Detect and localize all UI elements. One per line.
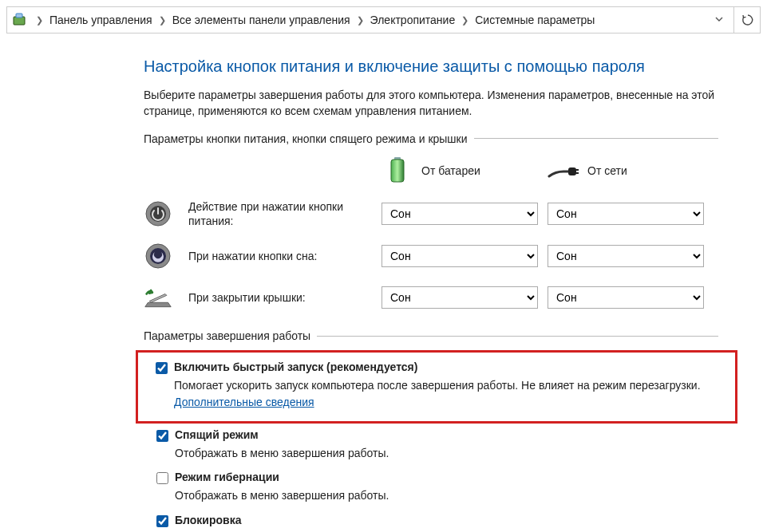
power-plug-icon [548, 155, 579, 187]
section-label: Параметры завершения работы [144, 329, 310, 342]
option-fast-startup: Включить быстрый запуск (рекомендуется) … [143, 356, 730, 415]
refresh-button[interactable] [733, 6, 761, 33]
option-description: Помогает ускорить запуск компьютера посл… [174, 377, 730, 410]
breadcrumb-item-power-options[interactable]: Электропитание [369, 12, 457, 28]
column-header-ac: От сети [548, 155, 704, 187]
chevron-right-icon: ❯ [154, 15, 171, 26]
option-title: Спящий режим [175, 428, 259, 441]
column-header-ac-label: От сети [587, 164, 627, 177]
svg-rect-5 [575, 169, 579, 171]
row-label-sleep-button: При нажатии кнопки сна: [188, 249, 372, 264]
main-content: Настройка кнопок питания и включение защ… [0, 33, 750, 532]
chevron-right-icon: ❯ [31, 15, 48, 26]
shutdown-options-list: Включить быстрый запуск (рекомендуется) … [144, 350, 718, 532]
breadcrumb: ❯ Панель управления ❯ Все элементы панел… [6, 6, 761, 33]
control-panel-icon [12, 12, 28, 28]
checkbox-hibernation[interactable] [156, 472, 168, 484]
checkbox-lock[interactable] [156, 515, 168, 527]
page-title: Настройка кнопок питания и включение защ… [144, 57, 718, 76]
select-lid-close-ac[interactable]: Сон [548, 286, 704, 309]
svg-rect-1 [16, 14, 22, 18]
section-label: Параметры кнопки питания, кнопки спящего… [144, 132, 468, 145]
svg-rect-4 [568, 167, 576, 175]
row-label-power-button: Действие при нажатии кнопки питания: [188, 199, 372, 230]
chevron-right-icon: ❯ [457, 15, 473, 26]
select-power-button-battery[interactable]: Сон [382, 203, 538, 225]
checkbox-sleep-mode[interactable] [156, 430, 168, 442]
power-actions-grid: От батареи От сети Действие при нажатии … [144, 155, 718, 313]
column-header-battery: От батареи [382, 155, 538, 187]
row-label-lid-close: При закрытии крышки: [188, 290, 372, 305]
option-hibernation: Режим гибернации Отображать в меню завер… [144, 466, 718, 508]
option-desc-text: Помогает ускорить запуск компьютера посл… [174, 379, 701, 392]
breadcrumb-item-all-items[interactable]: Все элементы панели управления [171, 12, 352, 28]
select-lid-close-battery[interactable]: Сон [382, 286, 538, 309]
breadcrumb-item-control-panel[interactable]: Панель управления [48, 12, 154, 28]
chevron-right-icon: ❯ [352, 15, 369, 26]
checkbox-fast-startup[interactable] [156, 362, 168, 374]
option-description: Отображать в меню завершения работы. [175, 487, 718, 503]
battery-icon [382, 155, 413, 187]
option-lock: Блокировка Отображать в меню аватара. [144, 509, 718, 532]
option-title: Блокировка [175, 514, 241, 526]
select-sleep-button-battery[interactable]: Сон [382, 245, 538, 267]
select-sleep-button-ac[interactable]: Сон [548, 245, 704, 267]
section-power-buttons-header: Параметры кнопки питания, кнопки спящего… [144, 132, 718, 145]
laptop-lid-icon [144, 283, 172, 312]
highlight-fast-startup: Включить быстрый запуск (рекомендуется) … [136, 350, 737, 424]
option-description: Отображать в меню завершения работы. [175, 445, 718, 461]
section-divider [474, 138, 718, 139]
breadcrumb-dropdown[interactable] [708, 14, 730, 26]
column-header-battery-label: От батареи [421, 164, 480, 177]
more-info-link[interactable]: Дополнительные сведения [174, 396, 314, 408]
svg-rect-3 [391, 160, 404, 182]
breadcrumb-item-system-settings[interactable]: Системные параметры [473, 12, 596, 28]
section-shutdown-header: Параметры завершения работы [144, 329, 718, 342]
select-power-button-ac[interactable]: Сон [548, 203, 704, 225]
svg-rect-6 [575, 172, 579, 174]
sleep-button-icon [144, 242, 172, 270]
option-title: Включить быстрый запуск (рекомендуется) [174, 361, 417, 373]
power-button-icon [144, 199, 172, 228]
option-sleep-mode: Спящий режим Отображать в меню завершени… [144, 424, 718, 466]
option-title: Режим гибернации [175, 471, 279, 483]
intro-text: Выберите параметры завершения работы для… [144, 87, 718, 120]
section-divider [317, 336, 718, 337]
